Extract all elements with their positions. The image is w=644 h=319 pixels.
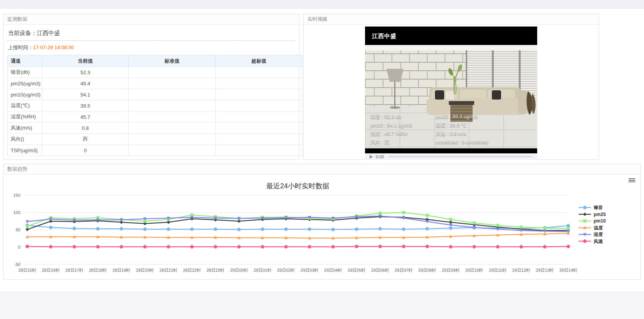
report-time-label: 上报时间： <box>8 45 33 50</box>
overlay-line: 湿度 : 45.7 %RH风速 : 0.8 m/s <box>370 130 488 138</box>
x-axis-label: 28日22时 <box>183 268 201 272</box>
current-value-cell: 45.7 <box>42 111 129 123</box>
exceed-value-cell <box>216 145 302 156</box>
report-time-value: 17-07-29 14:08:00 <box>33 45 74 50</box>
y-axis-label: 150 <box>13 193 20 198</box>
exceed-value-cell <box>216 100 302 111</box>
channel-cell: pm25(ug/m3) <box>8 78 42 89</box>
channel-table-header-row: 通道 当前值 标准值 超标值 <box>8 55 302 67</box>
col-header-exceed: 超标值 <box>216 55 302 67</box>
channel-cell: 噪音(db) <box>8 67 42 78</box>
x-axis-label: 29日14时 <box>559 268 577 272</box>
x-axis-label: 28日23时 <box>206 268 224 272</box>
x-axis-label: 28日19时 <box>113 268 130 272</box>
channel-cell: 风向() <box>8 134 42 145</box>
table-row: 温度(℃)39.5 <box>8 100 302 111</box>
x-axis-label: 29日02时 <box>277 268 295 272</box>
current-device-label: 当前设备：江西中盛 <box>7 27 295 41</box>
table-row: pm25(ug/m3)49.4 <box>8 78 302 89</box>
video-progress-bar[interactable] <box>388 156 532 157</box>
trend-chart-area: 最近24小时实时数据150100500-5028日15时28日16时28日17时… <box>3 174 641 279</box>
video-controls-bar: 0:00 <box>365 153 537 160</box>
video-time: 0:00 <box>376 155 384 159</box>
y-axis-label: -50 <box>14 262 20 267</box>
browser-top-strip <box>0 0 644 8</box>
chart-context-menu-icon[interactable] <box>629 178 635 183</box>
series-风速 <box>26 245 570 249</box>
monitor-panel-title: 监测数据 <box>3 14 299 25</box>
legend-item[interactable]: pm25 <box>579 212 606 217</box>
overlay-line: pm10 : 54.1 ug/m3温度 : 39.5 ℃ <box>370 121 488 130</box>
table-row: pm10(ug/m3)54.1 <box>8 89 302 100</box>
legend-item[interactable]: 温度 <box>579 225 603 231</box>
current-value-cell: 0 <box>42 145 129 156</box>
page-footer-area <box>0 291 644 319</box>
channel-cell: 湿度(%RH) <box>8 111 42 123</box>
video-panel-title: 实时视频 <box>304 14 599 25</box>
exceed-value-cell <box>216 67 302 78</box>
y-axis-label: 50 <box>16 228 20 232</box>
table-row: 噪音(db)52.3 <box>8 67 302 78</box>
current-value-cell: 52.3 <box>42 67 129 78</box>
standard-value-cell <box>129 78 216 89</box>
table-row: 风速(m/s)0.8 <box>8 123 302 134</box>
x-axis-label: 29日09时 <box>442 268 460 272</box>
legend-label: pm25 <box>594 212 606 217</box>
play-icon[interactable] <box>370 155 373 159</box>
y-axis-label: 0 <box>18 245 20 249</box>
legend-label: 温度 <box>594 225 603 231</box>
legend-item[interactable]: 风速 <box>579 239 603 244</box>
trend-panel-title: 数据趋势 <box>3 164 641 174</box>
standard-value-cell <box>129 145 216 156</box>
channel-cell: 风速(m/s) <box>8 123 42 134</box>
current-value-cell: 54.1 <box>42 89 129 100</box>
series-pm10 <box>26 211 570 230</box>
legend-item[interactable]: pm10 <box>579 218 606 224</box>
current-value-cell: 39.5 <box>42 100 129 111</box>
x-axis-label: 28日21时 <box>159 268 177 272</box>
standard-value-cell <box>129 100 216 111</box>
exceed-value-cell <box>216 89 302 100</box>
exceed-value-cell <box>216 111 302 123</box>
exceed-value-cell <box>216 123 302 134</box>
exceed-value-cell <box>216 78 302 89</box>
channel-cell: 温度(℃) <box>8 100 42 111</box>
table-row: 风向()西 <box>8 134 302 145</box>
exceed-value-cell <box>216 134 302 145</box>
overlay-line: 风向 : 西undefined : 0 undefined <box>370 138 488 146</box>
legend-label: pm10 <box>594 218 606 224</box>
legend-item[interactable]: 噪音 <box>579 205 603 210</box>
current-value-cell: 西 <box>42 134 129 145</box>
table-row: 湿度(%RH)45.7 <box>8 111 302 123</box>
legend-item[interactable]: 湿度 <box>579 232 603 237</box>
legend-label: 湿度 <box>593 232 603 237</box>
table-row: TSP(ug/m3)0 <box>8 145 302 156</box>
legend-label: 风速 <box>593 239 603 244</box>
x-axis-label: 29日05时 <box>348 268 365 272</box>
channel-cell: TSP(ug/m3) <box>8 145 42 156</box>
data-trend-panel: 数据趋势 最近24小时实时数据150100500-5028日15时28日16时2… <box>3 164 641 280</box>
x-axis-label: 29日07时 <box>395 268 412 272</box>
current-value-cell: 0.8 <box>42 123 129 134</box>
x-axis-label: 29日11时 <box>489 268 507 272</box>
standard-value-cell <box>129 111 216 123</box>
col-header-standard: 标准值 <box>129 55 216 67</box>
overlay-line: 噪音 : 52.3 dbpm25 : 49.4 ug/m3 <box>370 113 488 121</box>
x-axis-label: 28日17时 <box>65 268 83 272</box>
chart-title: 最近24小时实时数据 <box>266 182 329 190</box>
standard-value-cell <box>129 123 216 134</box>
trend-chart-svg: 最近24小时实时数据150100500-5028日15时28日16时28日17时… <box>3 176 637 277</box>
x-axis-label: 28日18时 <box>89 268 106 272</box>
standard-value-cell <box>129 89 216 100</box>
series-温度 <box>26 232 570 240</box>
video-data-overlay: 噪音 : 52.3 dbpm25 : 49.4 ug/m3pm10 : 54.1… <box>370 113 488 146</box>
x-axis-label: 29日08时 <box>418 268 436 272</box>
x-axis-label: 29日13时 <box>536 268 554 272</box>
y-axis-label: 100 <box>13 210 20 215</box>
col-header-channel: 通道 <box>8 55 42 67</box>
current-value-cell: 49.4 <box>42 78 129 89</box>
col-header-current: 当前值 <box>42 55 129 67</box>
video-player[interactable]: 江西中盛 <box>365 27 537 153</box>
x-axis-label: 29日06时 <box>371 268 389 272</box>
channel-table: 通道 当前值 标准值 超标值 噪音(db)52.3pm25(ug/m3)49.4… <box>7 55 302 156</box>
